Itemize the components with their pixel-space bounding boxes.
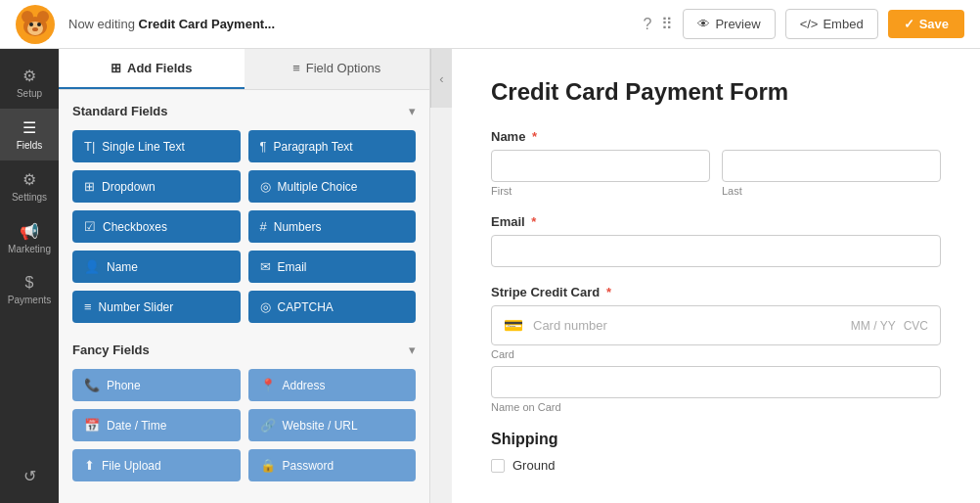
field-btn-website[interactable]: 🔗 Website / URL [248, 409, 417, 441]
field-btn-single-line[interactable]: T| Single Line Text [72, 130, 241, 162]
shipping-title: Shipping [491, 431, 941, 448]
field-btn-numbers[interactable]: # Numbers [248, 210, 417, 243]
settings-icon: ⚙ [22, 170, 36, 189]
marketing-icon: 📢 [20, 222, 39, 241]
datetime-icon: 📅 [84, 418, 100, 433]
field-btn-address[interactable]: 📍 Address [248, 369, 417, 401]
field-btn-name[interactable]: 👤 Name [72, 251, 241, 283]
ground-option-row: Ground [491, 458, 941, 473]
stripe-required: * [606, 285, 611, 299]
numbers-icon: # [260, 219, 267, 234]
dropdown-icon: ⊞ [84, 179, 95, 194]
form-field-email: Email * [491, 214, 941, 267]
form-preview: Credit Card Payment Form Name * First La… [452, 49, 980, 503]
help-button[interactable]: ? [643, 16, 651, 33]
fields-panel: ⊞ Add Fields ≡ Field Options Standard Fi… [59, 49, 430, 503]
panel-tabs: ⊞ Add Fields ≡ Field Options [59, 49, 429, 90]
save-button[interactable]: ✓ Save [888, 10, 964, 38]
app-logo [16, 5, 55, 44]
standard-chevron-icon[interactable]: ▾ [409, 104, 416, 118]
form-field-name: Name * First Last [491, 129, 941, 197]
fancy-chevron-icon[interactable]: ▾ [409, 343, 416, 357]
email-input[interactable] [491, 235, 941, 267]
add-fields-icon: ⊞ [111, 61, 121, 75]
field-btn-number-slider[interactable]: ≡ Number Slider [72, 291, 241, 323]
name-last-sublabel: Last [722, 185, 941, 197]
preview-button[interactable]: 👁 Preview [683, 9, 775, 39]
setup-icon: ⚙ [22, 67, 36, 85]
svg-point-5 [29, 23, 33, 26]
stripe-card-box[interactable]: 💳 Card number MM / YY CVC [491, 305, 941, 345]
single-line-icon: T| [84, 139, 95, 154]
sidebar-item-history[interactable]: ↺ [23, 457, 36, 495]
eye-icon: 👁 [697, 17, 710, 31]
field-btn-phone[interactable]: 📞 Phone [72, 369, 241, 401]
ground-label: Ground [512, 458, 555, 473]
password-icon: 🔒 [260, 458, 276, 473]
name-row: First Last [491, 150, 941, 197]
fancy-fields-header: Fancy Fields ▾ [72, 343, 416, 357]
cvc-label: CVC [904, 319, 928, 333]
history-icon: ↺ [23, 467, 36, 485]
check-icon: ✓ [904, 17, 914, 31]
nav-sidebar: ⚙ Setup ☰ Fields ⚙ Settings 📢 Marketing … [0, 49, 59, 503]
field-btn-paragraph[interactable]: ¶ Paragraph Text [248, 130, 417, 162]
field-btn-dropdown[interactable]: ⊞ Dropdown [72, 170, 241, 203]
top-bar-actions: ? ⠿ 👁 Preview </> Embed ✓ Save [643, 9, 964, 39]
field-btn-file-upload[interactable]: ⬆ File Upload [72, 449, 241, 481]
email-icon: ✉ [260, 259, 271, 274]
captcha-icon: ◎ [260, 299, 271, 314]
fancy-section-title: Fancy Fields [72, 343, 150, 357]
field-btn-email[interactable]: ✉ Email [248, 251, 417, 283]
embed-button[interactable]: </> Embed [785, 9, 878, 39]
name-last-input[interactable] [722, 150, 941, 182]
name-on-card-input[interactable] [491, 366, 941, 398]
code-icon: </> [800, 17, 819, 31]
multiple-choice-icon: ◎ [260, 179, 271, 194]
form-title: Credit Card Payment Form [491, 78, 941, 106]
standard-fields-grid: T| Single Line Text ¶ Paragraph Text ⊞ D… [72, 130, 416, 323]
field-btn-datetime[interactable]: 📅 Date / Time [72, 409, 241, 441]
grid-button[interactable]: ⠿ [661, 15, 673, 33]
card-number-placeholder: Card number [533, 318, 841, 333]
main-layout: ⚙ Setup ☰ Fields ⚙ Settings 📢 Marketing … [0, 49, 980, 503]
payments-icon: $ [25, 274, 34, 292]
paragraph-icon: ¶ [260, 139, 267, 154]
fields-icon: ☰ [22, 118, 36, 137]
slider-icon: ≡ [84, 299, 92, 314]
sidebar-item-fields[interactable]: ☰ Fields [0, 109, 59, 160]
field-options-icon: ≡ [292, 61, 300, 75]
email-field-label: Email [491, 214, 525, 229]
email-required: * [531, 214, 536, 229]
form-field-stripe: Stripe Credit Card * 💳 Card number MM / … [491, 285, 941, 413]
field-btn-multiple-choice[interactable]: ◎ Multiple Choice [248, 170, 417, 203]
panel-collapse-button[interactable]: ‹ [430, 49, 452, 108]
sidebar-item-marketing[interactable]: 📢 Marketing [0, 212, 59, 264]
name-first-sublabel: First [491, 185, 710, 197]
upload-icon: ⬆ [84, 458, 95, 473]
tab-field-options[interactable]: ≡ Field Options [245, 49, 430, 89]
panel-content: Standard Fields ▾ T| Single Line Text ¶ … [59, 90, 429, 503]
field-btn-checkboxes[interactable]: ☑ Checkboxes [72, 210, 241, 243]
name-on-card-sublabel: Name on Card [491, 401, 941, 413]
standard-section-title: Standard Fields [72, 104, 168, 118]
tab-add-fields[interactable]: ⊞ Add Fields [59, 49, 245, 89]
sidebar-item-setup[interactable]: ⚙ Setup [0, 57, 59, 109]
editing-label: Now editing Credit Card Payment... [68, 17, 275, 31]
ground-checkbox[interactable] [491, 459, 505, 473]
phone-icon: 📞 [84, 378, 100, 392]
checkboxes-icon: ☑ [84, 219, 96, 234]
field-btn-password[interactable]: 🔒 Password [248, 449, 417, 481]
stripe-field-label: Stripe Credit Card [491, 285, 600, 299]
top-bar: Now editing Credit Card Payment... ? ⠿ 👁… [0, 0, 980, 49]
sidebar-item-settings[interactable]: ⚙ Settings [0, 160, 59, 212]
fancy-fields-grid: 📞 Phone 📍 Address 📅 Date / Time 🔗 Websit… [72, 369, 416, 481]
sidebar-item-payments[interactable]: $ Payments [0, 264, 59, 315]
svg-point-6 [37, 23, 41, 26]
standard-fields-header: Standard Fields ▾ [72, 104, 416, 118]
name-first-input[interactable] [491, 150, 710, 182]
name-required: * [532, 129, 537, 144]
card-sublabel: Card [491, 348, 941, 360]
field-btn-captcha[interactable]: ◎ CAPTCHA [248, 291, 417, 323]
svg-point-7 [32, 27, 38, 31]
